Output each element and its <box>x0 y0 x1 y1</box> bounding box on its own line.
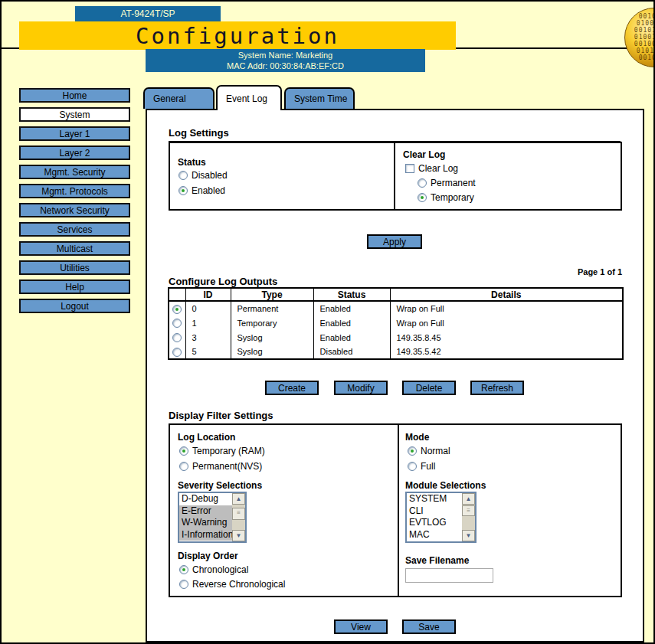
table-row: 0 Permanent Enabled Wrap on Full <box>169 301 623 315</box>
apply-button[interactable]: Apply <box>367 234 422 249</box>
scroll-thumb[interactable] <box>232 508 245 520</box>
module-option-evtlog[interactable]: EVTLOG <box>407 517 462 529</box>
modify-button[interactable]: Modify <box>334 381 388 395</box>
log-outputs-table: ID Type Status Details 0 Permanent Enabl… <box>168 287 624 360</box>
mode-normal-option[interactable]: Normal <box>408 446 450 456</box>
severity-option-information[interactable]: I-Information <box>179 529 232 541</box>
system-name-text: System Name: Marketing <box>238 50 332 60</box>
log-location-nvs-option[interactable]: Permanent(NVS) <box>179 461 262 472</box>
order-chronological-radio[interactable] <box>179 565 188 574</box>
status-group-label: Status <box>178 157 206 168</box>
severity-option-error[interactable]: E-Error <box>179 505 232 518</box>
config-page: AT-9424T/SP Configuration System Name: M… <box>0 0 655 644</box>
col-type: Type <box>231 288 313 301</box>
col-details: Details <box>390 288 623 301</box>
sidebar-item-mgmt-security[interactable]: Mgmt. Security <box>19 165 130 179</box>
sidebar-item-layer2[interactable]: Layer 2 <box>19 145 130 160</box>
clear-permanent-radio[interactable] <box>418 178 427 188</box>
status-disabled-option[interactable]: Disabled <box>178 170 228 181</box>
log-location-nvs-radio[interactable] <box>179 462 188 471</box>
status-enabled-radio[interactable] <box>178 186 188 195</box>
row-1-select-radio[interactable] <box>172 319 182 328</box>
save-filename-input[interactable] <box>405 568 493 583</box>
display-filter-divider <box>398 424 399 597</box>
system-info-badge: System Name: Marketing MAC Addr: 00:30:8… <box>146 49 425 72</box>
table-row: 3 Syslog Enabled 149.35.8.45 <box>169 330 623 345</box>
display-order-label: Display Order <box>178 551 238 561</box>
order-chronological-option[interactable]: Chronological <box>179 564 248 575</box>
severity-option-warning[interactable]: W-Warning <box>179 517 232 529</box>
order-reverse-radio[interactable] <box>179 580 188 589</box>
sidebar-item-mgmt-protocols[interactable]: Mgmt. Protocols <box>19 184 130 198</box>
log-location-ram-radio[interactable] <box>179 446 188 456</box>
table-row: 5 Syslog Disabled 149.35.5.42 <box>169 345 623 359</box>
refresh-button[interactable]: Refresh <box>470 381 524 395</box>
device-model-label: AT-9424T/SP <box>120 8 175 19</box>
tab-general[interactable]: General <box>143 87 215 109</box>
module-option-cli[interactable]: CLI <box>407 505 462 518</box>
module-listbox[interactable]: SYSTEM CLI EVTLOG MAC ▲ ▼ <box>405 492 477 543</box>
log-location-label: Log Location <box>178 432 235 443</box>
sidebar-item-multicast[interactable]: Multicast <box>19 241 130 256</box>
view-button[interactable]: View <box>334 619 388 634</box>
clear-log-checkbox[interactable] <box>405 164 414 173</box>
sidebar-item-network-security[interactable]: Network Security <box>19 203 130 217</box>
log-outputs-heading: Configure Log Outputs <box>169 276 277 287</box>
log-settings-box <box>169 142 622 211</box>
sidebar-item-system[interactable]: System <box>19 107 130 122</box>
mode-normal-radio[interactable] <box>408 446 417 456</box>
row-3-select-radio[interactable] <box>172 348 182 357</box>
tab-system-time[interactable]: System Time <box>284 87 355 109</box>
module-option-system[interactable]: SYSTEM <box>407 493 462 505</box>
sidebar-item-layer1[interactable]: Layer 1 <box>19 126 130 141</box>
mode-full-option[interactable]: Full <box>408 461 435 472</box>
delete-button[interactable]: Delete <box>402 381 456 395</box>
clear-temporary-option[interactable]: Temporary <box>418 192 474 203</box>
mac-addr-text: MAC Addr: 00:30:84:AB:EF:CD <box>227 60 344 71</box>
scroll-down-icon[interactable]: ▼ <box>232 530 245 541</box>
save-filename-label: Save Filename <box>405 555 469 566</box>
sidebar-item-home[interactable]: Home <box>19 88 130 103</box>
page-title-bar: Configuration <box>19 21 456 50</box>
order-reverse-option[interactable]: Reverse Chronological <box>179 579 285 590</box>
clear-temporary-radio[interactable] <box>418 193 427 202</box>
sidebar-item-utilities[interactable]: Utilities <box>19 260 130 275</box>
severity-listbox[interactable]: D-Debug E-Error W-Warning I-Information … <box>178 492 247 543</box>
globe-binary-icon: 0010010010010010010100100100101000010010… <box>624 8 655 67</box>
log-settings-divider <box>394 142 395 210</box>
scroll-up-icon[interactable]: ▲ <box>232 493 245 505</box>
status-enabled-option[interactable]: Enabled <box>178 185 225 196</box>
sidebar-item-services[interactable]: Services <box>19 222 130 237</box>
clear-permanent-option[interactable]: Permanent <box>418 178 476 188</box>
status-disabled-radio[interactable] <box>178 171 188 180</box>
module-scrollbar[interactable]: ▲ ▼ <box>462 493 475 541</box>
device-model-badge: AT-9424T/SP <box>75 6 221 21</box>
log-location-ram-option[interactable]: Temporary (RAM) <box>179 446 265 456</box>
col-status: Status <box>313 288 390 301</box>
display-filter-heading: Display Filter Settings <box>169 410 621 425</box>
tab-event-log[interactable]: Event Log <box>216 85 282 110</box>
table-header-row: ID Type Status Details <box>169 288 623 301</box>
scroll-down-icon[interactable]: ▼ <box>462 530 475 541</box>
sidebar-item-help[interactable]: Help <box>19 280 130 294</box>
row-2-select-radio[interactable] <box>172 333 182 342</box>
page-indicator: Page 1 of 1 <box>538 267 622 276</box>
create-button[interactable]: Create <box>265 381 319 395</box>
col-id: ID <box>185 288 231 301</box>
module-option-mac[interactable]: MAC <box>407 529 462 541</box>
scroll-thumb[interactable] <box>462 505 475 516</box>
clear-log-option[interactable]: Clear Log <box>405 163 458 174</box>
severity-option-debug[interactable]: D-Debug <box>179 493 232 505</box>
module-selections-label: Module Selections <box>405 480 486 491</box>
save-button[interactable]: Save <box>402 619 456 634</box>
mode-label: Mode <box>405 432 429 443</box>
sidebar-item-logout[interactable]: Logout <box>19 299 130 313</box>
row-0-select-radio[interactable] <box>172 305 182 314</box>
clear-log-group-label: Clear Log <box>403 149 445 160</box>
scroll-up-icon[interactable]: ▲ <box>462 493 475 505</box>
mode-full-radio[interactable] <box>408 462 417 471</box>
page-title: Configuration <box>136 23 339 49</box>
severity-selections-label: Severity Selections <box>178 480 262 491</box>
severity-scrollbar[interactable]: ▲ ▼ <box>232 493 245 541</box>
table-row: 1 Temporary Enabled Wrap on Full <box>169 315 623 330</box>
